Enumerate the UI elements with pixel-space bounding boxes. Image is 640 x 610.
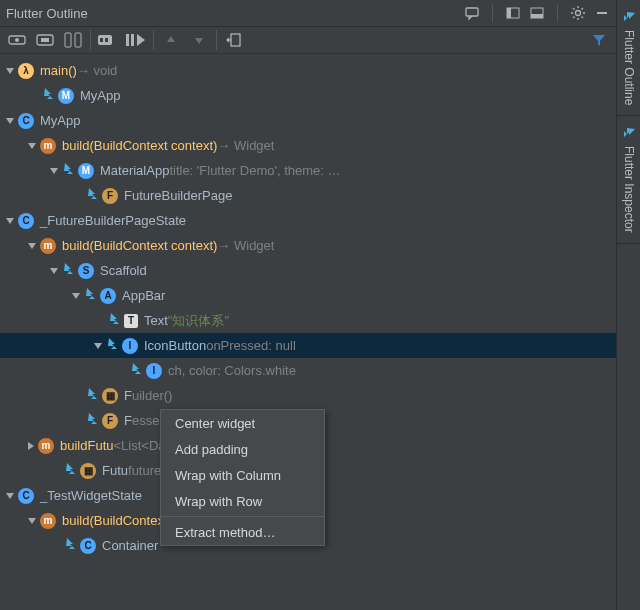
tree-item-label: main() bbox=[40, 63, 77, 78]
type-badge-icon: C bbox=[80, 538, 96, 554]
back-icon-button[interactable] bbox=[223, 29, 245, 51]
tree-item-detail: title: 'Flutter Demo', theme: … bbox=[169, 163, 340, 178]
tree-item-label: Container bbox=[102, 538, 158, 553]
dock-bottom-icon[interactable] bbox=[529, 5, 545, 21]
type-badge-icon: T bbox=[124, 314, 138, 328]
tree-row[interactable]: FFutureBuilderPage bbox=[0, 183, 616, 208]
tree-row[interactable]: Ich, color: Colors.white bbox=[0, 358, 616, 383]
flutter-icon bbox=[86, 412, 102, 429]
tree-row[interactable]: MMaterialApp title: 'Flutter Demo', them… bbox=[0, 158, 616, 183]
tree-item-label: MaterialApp bbox=[100, 163, 169, 178]
extract-tool-button[interactable] bbox=[97, 29, 119, 51]
svg-rect-11 bbox=[65, 33, 71, 47]
flutter-icon bbox=[42, 87, 58, 104]
expand-arrow-icon[interactable] bbox=[50, 268, 58, 274]
svg-point-5 bbox=[576, 11, 581, 16]
tree-row[interactable]: AAppBar bbox=[0, 283, 616, 308]
side-tab-inspector[interactable]: Flutter Inspector bbox=[617, 116, 640, 244]
expand-arrow-icon[interactable] bbox=[28, 143, 36, 149]
type-badge-icon: C bbox=[18, 213, 34, 229]
tree-item-label: F bbox=[124, 413, 132, 428]
expand-arrow-icon[interactable] bbox=[6, 118, 14, 124]
tree-row[interactable]: TText "知识体系" bbox=[0, 308, 616, 333]
panel-title: Flutter Outline bbox=[6, 6, 464, 21]
tree-row[interactable]: SScaffold bbox=[0, 258, 616, 283]
expand-arrow-icon[interactable] bbox=[6, 68, 14, 74]
type-badge-icon: λ bbox=[18, 63, 34, 79]
tree-item-label: build(BuildContext context) bbox=[62, 238, 217, 253]
minimize-icon[interactable] bbox=[594, 5, 610, 21]
svg-rect-2 bbox=[507, 8, 511, 18]
tree-row[interactable]: C_FutureBuilderPageState bbox=[0, 208, 616, 233]
tree-item-label: buildFutu bbox=[60, 438, 113, 453]
up-arrow-button[interactable] bbox=[160, 29, 182, 51]
tree-item-suffix: → Widget bbox=[217, 138, 274, 153]
type-badge-icon: m bbox=[38, 438, 54, 454]
tree-row[interactable]: mbuild(BuildContext context) → Widget bbox=[0, 233, 616, 258]
type-badge-icon: m bbox=[40, 238, 56, 254]
center-tool-button[interactable] bbox=[6, 29, 28, 51]
type-badge-icon: I bbox=[122, 338, 138, 354]
flutter-icon bbox=[86, 187, 102, 204]
tree-item-suffix: → void bbox=[77, 63, 117, 78]
side-tab-outline[interactable]: Flutter Outline bbox=[617, 0, 640, 116]
tree-item-label: IconButton bbox=[144, 338, 206, 353]
svg-rect-4 bbox=[531, 14, 543, 18]
tree-item-string: "知识体系" bbox=[168, 312, 229, 330]
flutter-icon bbox=[84, 287, 100, 304]
type-badge-icon: M bbox=[58, 88, 74, 104]
outline-tree[interactable]: λmain() → voidMMyAppCMyAppmbuild(BuildCo… bbox=[0, 54, 616, 610]
flutter-icon bbox=[64, 537, 80, 554]
tree-item-label: _TestWidgetState bbox=[40, 488, 142, 503]
svg-rect-14 bbox=[100, 38, 103, 42]
tree-row[interactable]: CMyApp bbox=[0, 108, 616, 133]
tree-item-label: build(BuildContext context) bbox=[62, 138, 217, 153]
menu-extract-method[interactable]: Extract method… bbox=[161, 519, 324, 545]
padding-tool-button[interactable] bbox=[34, 29, 56, 51]
tree-row[interactable]: λmain() → void bbox=[0, 58, 616, 83]
chat-icon[interactable] bbox=[464, 5, 480, 21]
menu-add-padding[interactable]: Add padding bbox=[161, 436, 324, 462]
context-menu: Center widget Add padding Wrap with Colu… bbox=[160, 409, 325, 546]
expand-arrow-icon[interactable] bbox=[72, 293, 80, 299]
svg-rect-0 bbox=[466, 8, 478, 16]
tree-item-label: MyApp bbox=[40, 113, 80, 128]
menu-wrap-column[interactable]: Wrap with Column bbox=[161, 462, 324, 488]
svg-rect-12 bbox=[75, 33, 81, 47]
tree-item-detail: onPressed: null bbox=[206, 338, 296, 353]
flutter-icon bbox=[106, 337, 122, 354]
type-badge-icon: m bbox=[40, 513, 56, 529]
tree-row[interactable]: MMyApp bbox=[0, 83, 616, 108]
svg-rect-17 bbox=[131, 34, 134, 46]
tree-row[interactable]: IIconButton onPressed: null bbox=[0, 333, 616, 358]
run-tool-button[interactable] bbox=[125, 29, 147, 51]
expand-arrow-icon[interactable] bbox=[6, 218, 14, 224]
right-side-tabs: Flutter Outline Flutter Inspector bbox=[616, 0, 640, 610]
type-badge-icon: ▦ bbox=[80, 463, 96, 479]
down-arrow-button[interactable] bbox=[188, 29, 210, 51]
expand-arrow-icon[interactable] bbox=[28, 243, 36, 249]
expand-arrow-icon[interactable] bbox=[28, 442, 34, 450]
tree-item-suffix: → Widget bbox=[217, 238, 274, 253]
flutter-icon bbox=[62, 262, 78, 279]
dock-left-icon[interactable] bbox=[505, 5, 521, 21]
expand-arrow-icon[interactable] bbox=[50, 168, 58, 174]
filter-icon[interactable] bbox=[588, 29, 610, 51]
expand-arrow-icon[interactable] bbox=[94, 343, 102, 349]
expand-arrow-icon[interactable] bbox=[28, 518, 36, 524]
type-badge-icon: C bbox=[18, 488, 34, 504]
type-badge-icon: m bbox=[40, 138, 56, 154]
gear-icon[interactable] bbox=[570, 5, 586, 21]
tree-item-label: F bbox=[124, 388, 132, 403]
expand-arrow-icon[interactable] bbox=[6, 493, 14, 499]
flutter-icon bbox=[86, 387, 102, 404]
menu-wrap-row[interactable]: Wrap with Row bbox=[161, 488, 324, 514]
tree-item-label: _FutureBuilderPageState bbox=[40, 213, 186, 228]
menu-center-widget[interactable]: Center widget bbox=[161, 410, 324, 436]
column-tool-button[interactable] bbox=[62, 29, 84, 51]
tree-row[interactable]: ▦Fuilder() bbox=[0, 383, 616, 408]
tree-row[interactable]: mbuild(BuildContext context) → Widget bbox=[0, 133, 616, 158]
flutter-icon bbox=[62, 162, 78, 179]
panel-header: Flutter Outline bbox=[0, 0, 616, 27]
tree-item-label: Futu bbox=[102, 463, 128, 478]
